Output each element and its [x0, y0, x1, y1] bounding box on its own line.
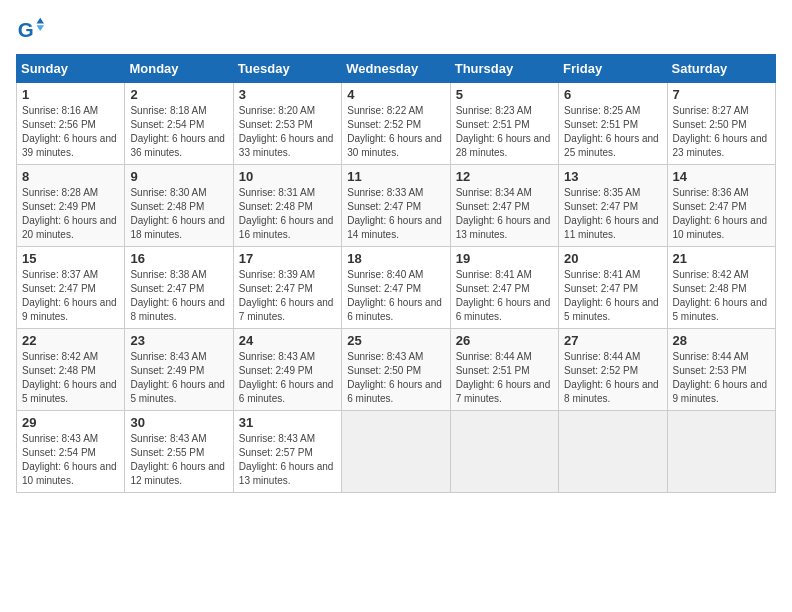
day-info: Sunrise: 8:43 AMSunset: 2:54 PMDaylight:…: [22, 432, 119, 488]
day-header-friday: Friday: [559, 55, 667, 83]
calendar-cell: [559, 411, 667, 493]
calendar-cell: 13Sunrise: 8:35 AMSunset: 2:47 PMDayligh…: [559, 165, 667, 247]
calendar-cell: 5Sunrise: 8:23 AMSunset: 2:51 PMDaylight…: [450, 83, 558, 165]
day-info: Sunrise: 8:33 AMSunset: 2:47 PMDaylight:…: [347, 186, 444, 242]
day-info: Sunrise: 8:43 AMSunset: 2:49 PMDaylight:…: [130, 350, 227, 406]
calendar-week-3: 15Sunrise: 8:37 AMSunset: 2:47 PMDayligh…: [17, 247, 776, 329]
day-info: Sunrise: 8:41 AMSunset: 2:47 PMDaylight:…: [564, 268, 661, 324]
day-info: Sunrise: 8:43 AMSunset: 2:49 PMDaylight:…: [239, 350, 336, 406]
calendar-cell: 24Sunrise: 8:43 AMSunset: 2:49 PMDayligh…: [233, 329, 341, 411]
calendar-cell: 16Sunrise: 8:38 AMSunset: 2:47 PMDayligh…: [125, 247, 233, 329]
day-number: 4: [347, 87, 444, 102]
day-header-monday: Monday: [125, 55, 233, 83]
calendar-week-1: 1Sunrise: 8:16 AMSunset: 2:56 PMDaylight…: [17, 83, 776, 165]
day-header-wednesday: Wednesday: [342, 55, 450, 83]
day-header-thursday: Thursday: [450, 55, 558, 83]
day-number: 25: [347, 333, 444, 348]
day-number: 27: [564, 333, 661, 348]
calendar-cell: 14Sunrise: 8:36 AMSunset: 2:47 PMDayligh…: [667, 165, 775, 247]
calendar-week-5: 29Sunrise: 8:43 AMSunset: 2:54 PMDayligh…: [17, 411, 776, 493]
day-info: Sunrise: 8:42 AMSunset: 2:48 PMDaylight:…: [673, 268, 770, 324]
calendar-cell: 28Sunrise: 8:44 AMSunset: 2:53 PMDayligh…: [667, 329, 775, 411]
calendar-cell: 11Sunrise: 8:33 AMSunset: 2:47 PMDayligh…: [342, 165, 450, 247]
page-header: G: [16, 16, 776, 44]
calendar-cell: 19Sunrise: 8:41 AMSunset: 2:47 PMDayligh…: [450, 247, 558, 329]
day-number: 5: [456, 87, 553, 102]
calendar-cell: 17Sunrise: 8:39 AMSunset: 2:47 PMDayligh…: [233, 247, 341, 329]
day-number: 9: [130, 169, 227, 184]
calendar-cell: 9Sunrise: 8:30 AMSunset: 2:48 PMDaylight…: [125, 165, 233, 247]
day-number: 20: [564, 251, 661, 266]
calendar-cell: 27Sunrise: 8:44 AMSunset: 2:52 PMDayligh…: [559, 329, 667, 411]
day-info: Sunrise: 8:22 AMSunset: 2:52 PMDaylight:…: [347, 104, 444, 160]
day-header-saturday: Saturday: [667, 55, 775, 83]
day-info: Sunrise: 8:44 AMSunset: 2:53 PMDaylight:…: [673, 350, 770, 406]
svg-marker-1: [37, 18, 44, 24]
day-info: Sunrise: 8:35 AMSunset: 2:47 PMDaylight:…: [564, 186, 661, 242]
day-info: Sunrise: 8:28 AMSunset: 2:49 PMDaylight:…: [22, 186, 119, 242]
day-number: 29: [22, 415, 119, 430]
day-number: 14: [673, 169, 770, 184]
calendar-week-4: 22Sunrise: 8:42 AMSunset: 2:48 PMDayligh…: [17, 329, 776, 411]
day-info: Sunrise: 8:41 AMSunset: 2:47 PMDaylight:…: [456, 268, 553, 324]
day-info: Sunrise: 8:16 AMSunset: 2:56 PMDaylight:…: [22, 104, 119, 160]
calendar-cell: 25Sunrise: 8:43 AMSunset: 2:50 PMDayligh…: [342, 329, 450, 411]
calendar-cell: 6Sunrise: 8:25 AMSunset: 2:51 PMDaylight…: [559, 83, 667, 165]
header-row: SundayMondayTuesdayWednesdayThursdayFrid…: [17, 55, 776, 83]
day-number: 28: [673, 333, 770, 348]
calendar-cell: 10Sunrise: 8:31 AMSunset: 2:48 PMDayligh…: [233, 165, 341, 247]
day-info: Sunrise: 8:31 AMSunset: 2:48 PMDaylight:…: [239, 186, 336, 242]
calendar-cell: 20Sunrise: 8:41 AMSunset: 2:47 PMDayligh…: [559, 247, 667, 329]
day-info: Sunrise: 8:43 AMSunset: 2:57 PMDaylight:…: [239, 432, 336, 488]
day-number: 17: [239, 251, 336, 266]
day-number: 22: [22, 333, 119, 348]
calendar-table: SundayMondayTuesdayWednesdayThursdayFrid…: [16, 54, 776, 493]
day-number: 1: [22, 87, 119, 102]
day-info: Sunrise: 8:39 AMSunset: 2:47 PMDaylight:…: [239, 268, 336, 324]
day-number: 3: [239, 87, 336, 102]
day-info: Sunrise: 8:44 AMSunset: 2:51 PMDaylight:…: [456, 350, 553, 406]
day-info: Sunrise: 8:23 AMSunset: 2:51 PMDaylight:…: [456, 104, 553, 160]
day-number: 15: [22, 251, 119, 266]
day-info: Sunrise: 8:18 AMSunset: 2:54 PMDaylight:…: [130, 104, 227, 160]
day-number: 6: [564, 87, 661, 102]
day-number: 21: [673, 251, 770, 266]
calendar-week-2: 8Sunrise: 8:28 AMSunset: 2:49 PMDaylight…: [17, 165, 776, 247]
day-info: Sunrise: 8:42 AMSunset: 2:48 PMDaylight:…: [22, 350, 119, 406]
day-number: 13: [564, 169, 661, 184]
calendar-cell: 7Sunrise: 8:27 AMSunset: 2:50 PMDaylight…: [667, 83, 775, 165]
calendar-cell: 22Sunrise: 8:42 AMSunset: 2:48 PMDayligh…: [17, 329, 125, 411]
calendar-cell: 31Sunrise: 8:43 AMSunset: 2:57 PMDayligh…: [233, 411, 341, 493]
day-info: Sunrise: 8:30 AMSunset: 2:48 PMDaylight:…: [130, 186, 227, 242]
day-info: Sunrise: 8:20 AMSunset: 2:53 PMDaylight:…: [239, 104, 336, 160]
calendar-cell: 12Sunrise: 8:34 AMSunset: 2:47 PMDayligh…: [450, 165, 558, 247]
day-number: 2: [130, 87, 227, 102]
svg-marker-2: [37, 25, 44, 31]
calendar-cell: 2Sunrise: 8:18 AMSunset: 2:54 PMDaylight…: [125, 83, 233, 165]
day-number: 26: [456, 333, 553, 348]
day-info: Sunrise: 8:44 AMSunset: 2:52 PMDaylight:…: [564, 350, 661, 406]
calendar-cell: 3Sunrise: 8:20 AMSunset: 2:53 PMDaylight…: [233, 83, 341, 165]
day-number: 11: [347, 169, 444, 184]
day-number: 12: [456, 169, 553, 184]
calendar-cell: 4Sunrise: 8:22 AMSunset: 2:52 PMDaylight…: [342, 83, 450, 165]
calendar-cell: [450, 411, 558, 493]
day-number: 31: [239, 415, 336, 430]
day-number: 8: [22, 169, 119, 184]
day-info: Sunrise: 8:36 AMSunset: 2:47 PMDaylight:…: [673, 186, 770, 242]
calendar-cell: 26Sunrise: 8:44 AMSunset: 2:51 PMDayligh…: [450, 329, 558, 411]
day-info: Sunrise: 8:27 AMSunset: 2:50 PMDaylight:…: [673, 104, 770, 160]
day-number: 7: [673, 87, 770, 102]
day-info: Sunrise: 8:37 AMSunset: 2:47 PMDaylight:…: [22, 268, 119, 324]
day-number: 10: [239, 169, 336, 184]
day-number: 19: [456, 251, 553, 266]
calendar-cell: 15Sunrise: 8:37 AMSunset: 2:47 PMDayligh…: [17, 247, 125, 329]
calendar-cell: 18Sunrise: 8:40 AMSunset: 2:47 PMDayligh…: [342, 247, 450, 329]
calendar-cell: [342, 411, 450, 493]
logo: G: [16, 16, 48, 44]
calendar-cell: 29Sunrise: 8:43 AMSunset: 2:54 PMDayligh…: [17, 411, 125, 493]
day-info: Sunrise: 8:34 AMSunset: 2:47 PMDaylight:…: [456, 186, 553, 242]
day-number: 23: [130, 333, 227, 348]
svg-text:G: G: [18, 18, 34, 41]
day-info: Sunrise: 8:43 AMSunset: 2:55 PMDaylight:…: [130, 432, 227, 488]
